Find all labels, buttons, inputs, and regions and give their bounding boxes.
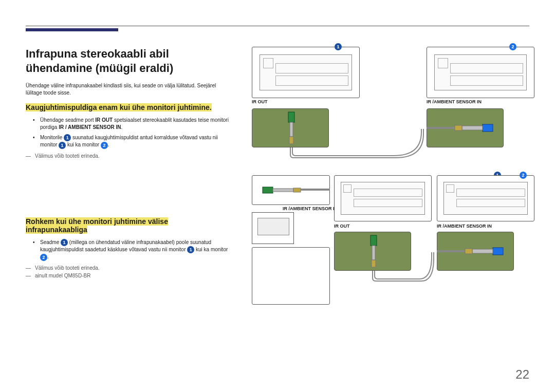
badge-1-icon: 1 — [64, 134, 71, 141]
section1-title: Kaugjuhtimispuldiga enam kui ühe monitor… — [26, 103, 231, 111]
cable-2-icon — [252, 175, 540, 309]
badge-1-icon: 1 — [61, 239, 68, 246]
section2-footnote1: Välimus võib tooteti erineda. — [26, 265, 231, 271]
section1-bullet2: Monitorile 1 suunatud kaugjuhtimispuldis… — [40, 134, 231, 149]
cable-1-icon — [252, 47, 540, 160]
header-accent-bar — [26, 28, 118, 31]
badge-1-icon: 1 — [59, 142, 66, 149]
intro-text: Ühendage väline infrapunakaabel kindlast… — [26, 82, 231, 96]
badge-2-icon: 2 — [101, 142, 108, 149]
page-number: 22 — [515, 367, 529, 382]
section1-footnote: Välimus võib tooteti erineda. — [26, 153, 231, 159]
diagram-column: 1 2 IR OUT IR /AMBIENT SENSOR IN — [252, 47, 529, 309]
section2-footnote2: ainult mudel QM85D-BR — [26, 273, 231, 278]
badge-1-icon: 1 — [187, 246, 194, 253]
page-title: Infrapuna stereokaabli abil ühendamine (… — [26, 47, 231, 75]
text-column: Infrapuna stereokaabli abil ühendamine (… — [26, 47, 231, 309]
diagram-1: 1 2 IR OUT IR /AMBIENT SENSOR IN — [252, 47, 540, 160]
section2-title: Rohkem kui ühe monitori juhtimine välise… — [26, 217, 231, 234]
diagram-2: IR /AMBIENT SENSOR IN 1 IR OUT — [252, 175, 540, 309]
section2-bullet1: Seadme 1 (millega on ühendatud väline in… — [40, 239, 231, 261]
section1-bullet1: Ühendage seadme port IR OUT spetsiaalset… — [40, 117, 231, 131]
badge-2-icon: 2 — [40, 254, 47, 261]
